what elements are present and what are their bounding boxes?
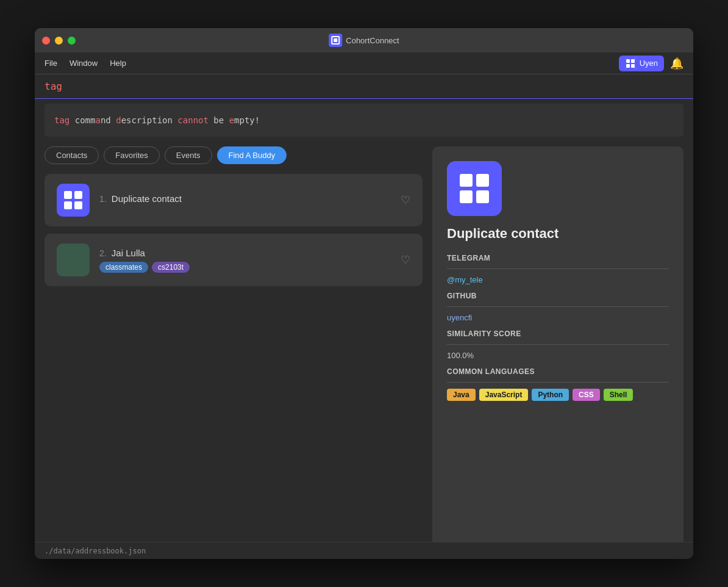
user-badge-icon xyxy=(625,58,636,69)
divider-1 xyxy=(447,268,669,269)
tab-events[interactable]: Events xyxy=(165,146,212,164)
tab-contacts[interactable]: Contacts xyxy=(45,146,99,164)
menu-help[interactable]: Help xyxy=(110,59,126,68)
contact-card-1[interactable]: 1. Duplicate contact ♡ xyxy=(45,174,423,226)
svg-rect-12 xyxy=(476,174,489,187)
tab-find-a-buddy[interactable]: Find A Buddy xyxy=(217,146,287,164)
notification-icon[interactable]: 🔔 xyxy=(670,57,683,70)
error-text: tag command description cannot be empty! xyxy=(54,115,260,125)
lang-shell: Shell xyxy=(604,389,633,401)
contact-number-1: 1. xyxy=(99,194,107,204)
menubar-right: Uyen 🔔 xyxy=(619,56,683,71)
user-badge[interactable]: Uyen xyxy=(619,56,664,71)
svg-rect-4 xyxy=(631,64,635,68)
titlebar: CohortConnect xyxy=(35,28,693,52)
maximize-button[interactable] xyxy=(68,37,76,45)
lang-css: CSS xyxy=(573,389,600,401)
lang-python: Python xyxy=(532,389,569,401)
contact-tags-2: classmates cs2103t xyxy=(99,262,391,273)
svg-rect-7 xyxy=(74,191,82,199)
statusbar-text: ./data/addressbook.json xyxy=(45,547,146,555)
favorite-icon-1[interactable]: ♡ xyxy=(401,193,410,207)
avatar-jai-lulla xyxy=(57,243,90,276)
contact-name-2: 2. Jai Lulla xyxy=(99,248,391,258)
tag-classmates: classmates xyxy=(99,262,148,273)
right-panel: Duplicate contact TELEGRAM @my_tele GITH… xyxy=(432,146,683,548)
svg-rect-6 xyxy=(64,191,72,199)
err-tag: tag xyxy=(54,115,70,125)
detail-name: Duplicate contact xyxy=(447,226,669,242)
app-title: CohortConnect xyxy=(346,36,399,45)
close-button[interactable] xyxy=(42,37,50,45)
menu-file[interactable]: File xyxy=(45,59,57,68)
contact-info-2: 2. Jai Lulla classmates cs2103t xyxy=(99,248,391,273)
minimize-button[interactable] xyxy=(55,37,63,45)
detail-github-label: GITHUB xyxy=(447,292,669,300)
lang-javascript: JavaScript xyxy=(479,389,529,401)
detail-similarity-value: 100.0% xyxy=(447,351,669,360)
detail-github-value: uyencfi xyxy=(447,313,669,322)
search-input[interactable] xyxy=(45,81,683,92)
user-name: Uyen xyxy=(640,59,658,68)
detail-similarity-label: SIMILARITY SCORE xyxy=(447,330,669,338)
detail-avatar-icon xyxy=(456,170,493,207)
svg-rect-9 xyxy=(74,201,82,209)
contact-info-1: 1. Duplicate contact xyxy=(99,193,391,207)
divider-4 xyxy=(447,382,669,383)
menu-window[interactable]: Window xyxy=(70,59,98,68)
cohort-logo xyxy=(62,189,85,212)
detail-telegram-value: @my_tele xyxy=(447,275,669,284)
detail-languages-label: COMMON LANGUAGES xyxy=(447,367,669,376)
app-logo-icon xyxy=(329,34,342,47)
error-box: tag command description cannot be empty! xyxy=(45,104,683,137)
svg-rect-11 xyxy=(460,174,473,187)
menubar: File Window Help Uyen 🔔 xyxy=(35,52,693,74)
statusbar: ./data/addressbook.json xyxy=(35,542,693,559)
menubar-left: File Window Help xyxy=(45,59,126,68)
divider-2 xyxy=(447,306,669,307)
contact-number-2: 2. xyxy=(99,248,107,258)
window-buttons xyxy=(42,37,76,45)
svg-rect-2 xyxy=(631,59,635,63)
contact-card-2[interactable]: 2. Jai Lulla classmates cs2103t ♡ xyxy=(45,234,423,286)
tag-cs2103t: cs2103t xyxy=(152,262,190,273)
svg-rect-3 xyxy=(626,64,630,68)
tabs: Contacts Favorites Events Find A Buddy xyxy=(45,146,423,164)
contact-name-1: 1. Duplicate contact xyxy=(99,193,391,204)
svg-rect-13 xyxy=(460,190,473,203)
svg-rect-14 xyxy=(476,190,489,203)
detail-avatar xyxy=(447,161,502,216)
searchbar xyxy=(35,74,693,99)
app-logo-inner xyxy=(331,36,340,45)
titlebar-title: CohortConnect xyxy=(329,34,399,47)
cohort-icon-svg xyxy=(625,58,636,69)
tab-favorites[interactable]: Favorites xyxy=(104,146,159,164)
svg-rect-8 xyxy=(64,201,72,209)
detail-telegram-label: TELEGRAM xyxy=(447,254,669,262)
svg-rect-1 xyxy=(626,59,630,63)
avatar-duplicate-contact xyxy=(57,184,90,217)
lang-java: Java xyxy=(447,389,476,401)
favorite-icon-2[interactable]: ♡ xyxy=(401,253,410,267)
contact-list: 1. Duplicate contact ♡ xyxy=(45,174,423,286)
left-panel: Contacts Favorites Events Find A Buddy xyxy=(45,146,423,548)
main-content: Contacts Favorites Events Find A Buddy xyxy=(35,137,693,558)
detail-languages: Java JavaScript Python CSS Shell xyxy=(447,389,669,401)
divider-3 xyxy=(447,344,669,345)
